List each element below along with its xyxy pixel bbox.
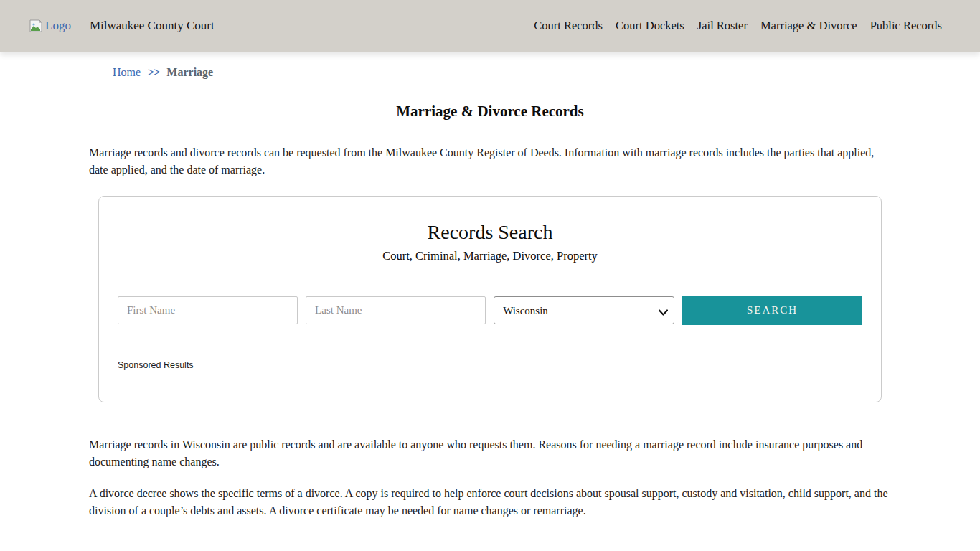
state-select-wrap: Wisconsin	[494, 296, 674, 325]
nav-marriage-divorce[interactable]: Marriage & Divorce	[760, 19, 857, 33]
nav-public-records[interactable]: Public Records	[870, 19, 942, 33]
breadcrumb: Home >> Marriage	[113, 66, 980, 79]
main-nav: Court Records Court Dockets Jail Roster …	[534, 19, 942, 33]
search-button[interactable]: SEARCH	[682, 296, 862, 325]
body-paragraph-1: Marriage records in Wisconsin are public…	[89, 436, 891, 471]
nav-jail-roster[interactable]: Jail Roster	[697, 19, 748, 33]
header-left: Logo Milwaukee County Court	[29, 19, 215, 33]
intro-paragraph: Marriage records and divorce records can…	[89, 144, 891, 179]
search-form-row: Wisconsin SEARCH	[118, 296, 862, 325]
breadcrumb-separator: >>	[148, 66, 159, 79]
search-heading: Records Search	[118, 221, 862, 244]
main-content: Marriage & Divorce Records Marriage reco…	[89, 103, 891, 519]
broken-image-icon	[29, 19, 43, 32]
breadcrumb-home-link[interactable]: Home	[113, 66, 141, 79]
last-name-input[interactable]	[306, 296, 486, 324]
page-title: Marriage & Divorce Records	[89, 103, 891, 121]
site-title: Milwaukee County Court	[90, 19, 215, 33]
sponsored-results-label: Sponsored Results	[118, 360, 862, 370]
site-header: Logo Milwaukee County Court Court Record…	[0, 0, 980, 52]
state-select[interactable]: Wisconsin	[494, 296, 674, 324]
logo-alt-text: Logo	[45, 19, 71, 33]
first-name-input[interactable]	[118, 296, 298, 324]
records-search-panel: Records Search Court, Criminal, Marriage…	[98, 196, 882, 402]
nav-court-records[interactable]: Court Records	[534, 19, 603, 33]
logo-link[interactable]: Logo	[29, 19, 71, 33]
nav-court-dockets[interactable]: Court Dockets	[616, 19, 684, 33]
body-paragraph-2: A divorce decree shows the specific term…	[89, 485, 891, 519]
breadcrumb-current: Marriage	[166, 66, 213, 79]
search-subheading: Court, Criminal, Marriage, Divorce, Prop…	[118, 249, 862, 263]
